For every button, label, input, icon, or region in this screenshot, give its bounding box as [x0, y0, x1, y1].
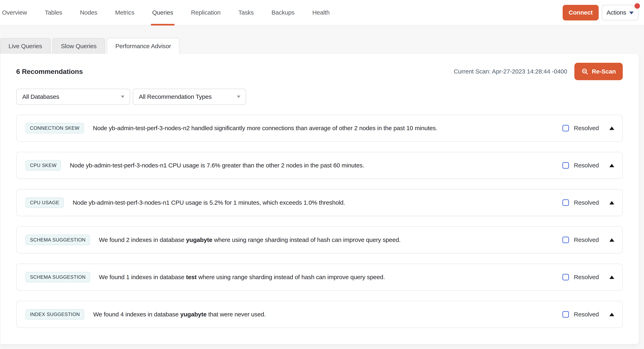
- recommendation-badge: CPU SKEW: [26, 160, 61, 171]
- triangle-up-icon[interactable]: [610, 201, 614, 204]
- recommendation-type-filter-select[interactable]: All Recommendation Types: [133, 89, 246, 105]
- recommendation-controls: Resolved: [562, 162, 614, 169]
- nav-item-tables[interactable]: Tables: [45, 0, 62, 25]
- resolved-checkbox[interactable]: [562, 237, 569, 243]
- resolved-checkbox[interactable]: [562, 274, 569, 280]
- nav-item-queries[interactable]: Queries: [152, 0, 173, 25]
- recommendation-card: CPU SKEW Node yb-admin-test-perf-3-nodes…: [16, 152, 623, 179]
- recommendation-message: We found 2 indexes in database yugabyte …: [99, 236, 401, 243]
- recommendation-message: We found 4 indexes in database yugabyte …: [93, 311, 266, 318]
- tab-live-queries[interactable]: Live Queries: [0, 38, 50, 54]
- recommendation-card: CPU USAGE Node yb-admin-test-perf-3-node…: [16, 189, 623, 216]
- nav-item-replication[interactable]: Replication: [191, 0, 220, 25]
- recommendation-message: Node yb-admin-test-perf-3-nodes-n2 handl…: [93, 125, 437, 132]
- nav-item-backups[interactable]: Backups: [272, 0, 295, 25]
- nav-item-overview[interactable]: Overview: [2, 0, 27, 25]
- queries-tab-bar: Live Queries Slow Queries Performance Ad…: [0, 38, 644, 54]
- rescan-button[interactable]: Re-Scan: [574, 63, 623, 80]
- caret-down-icon: [629, 12, 634, 14]
- recommendation-badge: INDEX SUGGESTION: [26, 309, 84, 320]
- filters-row: All Databases All Recommendation Types: [16, 89, 623, 105]
- recommendation-controls: Resolved: [562, 311, 614, 318]
- nav-item-nodes[interactable]: Nodes: [80, 0, 97, 25]
- resolved-checkbox[interactable]: [562, 311, 569, 318]
- connect-button[interactable]: Connect: [563, 5, 599, 20]
- recommendation-card: INDEX SUGGESTION We found 4 indexes in d…: [16, 301, 623, 328]
- page-content: Live Queries Slow Queries Performance Ad…: [0, 38, 644, 344]
- resolved-label: Resolved: [574, 311, 599, 318]
- resolved-checkbox[interactable]: [562, 162, 569, 169]
- nav-actions-group: Connect Actions: [563, 0, 638, 25]
- actions-dropdown-button[interactable]: Actions: [602, 5, 638, 20]
- resolved-label: Resolved: [574, 162, 599, 169]
- recommendation-controls: Resolved: [562, 199, 614, 206]
- recommendation-type-filter-value: All Recommendation Types: [139, 93, 212, 100]
- resolved-checkbox[interactable]: [562, 125, 569, 132]
- recommendations-count-title: 6 Recommendations: [16, 68, 83, 76]
- triangle-up-icon[interactable]: [610, 276, 614, 279]
- performance-advisor-panel: 6 Recommendations Current Scan: Apr-27-2…: [0, 54, 639, 344]
- caret-down-icon: [121, 96, 124, 98]
- recommendation-card: CONNECTION SKEW Node yb-admin-test-perf-…: [16, 114, 623, 142]
- nav-item-health[interactable]: Health: [312, 0, 330, 25]
- recommendation-controls: Resolved: [562, 125, 614, 132]
- primary-nav: Overview Tables Nodes Metrics Queries Re…: [2, 0, 330, 25]
- recommendation-badge: CPU USAGE: [26, 198, 64, 208]
- nav-item-metrics[interactable]: Metrics: [115, 0, 134, 25]
- resolved-label: Resolved: [574, 274, 599, 280]
- recommendation-message: We found 1 indexes in database test wher…: [99, 274, 385, 280]
- magnifier-minus-icon: [581, 68, 588, 75]
- scan-area: Current Scan: Apr-27-2023 14:28:44 -0400…: [454, 63, 623, 80]
- recommendation-controls: Resolved: [562, 274, 614, 280]
- actions-label: Actions: [606, 9, 626, 16]
- resolved-checkbox[interactable]: [562, 200, 569, 206]
- notification-dot: [634, 3, 640, 9]
- triangle-up-icon[interactable]: [610, 238, 614, 242]
- panel-header: 6 Recommendations Current Scan: Apr-27-2…: [16, 63, 623, 80]
- recommendations-list: CONNECTION SKEW Node yb-admin-test-perf-…: [16, 114, 623, 328]
- tab-performance-advisor[interactable]: Performance Advisor: [107, 38, 180, 54]
- recommendation-badge: CONNECTION SKEW: [26, 123, 84, 134]
- triangle-up-icon[interactable]: [610, 126, 614, 130]
- recommendation-message: Node yb-admin-test-perf-3-nodes-n1 CPU u…: [73, 199, 345, 206]
- database-filter-select[interactable]: All Databases: [16, 89, 130, 105]
- caret-down-icon: [237, 96, 240, 98]
- database-filter-value: All Databases: [22, 93, 59, 100]
- recommendation-card: SCHEMA SUGGESTION We found 1 indexes in …: [16, 264, 623, 291]
- recommendation-card: SCHEMA SUGGESTION We found 2 indexes in …: [16, 226, 623, 254]
- top-nav: Overview Tables Nodes Metrics Queries Re…: [0, 0, 644, 26]
- recommendation-controls: Resolved: [562, 236, 614, 243]
- recommendation-message: Node yb-admin-test-perf-3-nodes-n1 CPU u…: [70, 162, 364, 169]
- tab-slow-queries[interactable]: Slow Queries: [52, 38, 105, 54]
- nav-item-tasks[interactable]: Tasks: [238, 0, 254, 25]
- resolved-label: Resolved: [574, 199, 599, 206]
- recommendation-badge: SCHEMA SUGGESTION: [26, 272, 90, 282]
- resolved-label: Resolved: [574, 125, 599, 132]
- resolved-label: Resolved: [574, 236, 599, 243]
- rescan-label: Re-Scan: [592, 68, 616, 75]
- triangle-up-icon[interactable]: [610, 313, 614, 316]
- triangle-up-icon[interactable]: [610, 164, 614, 167]
- current-scan-timestamp: Current Scan: Apr-27-2023 14:28:44 -0400: [454, 68, 567, 75]
- recommendation-badge: SCHEMA SUGGESTION: [26, 234, 90, 245]
